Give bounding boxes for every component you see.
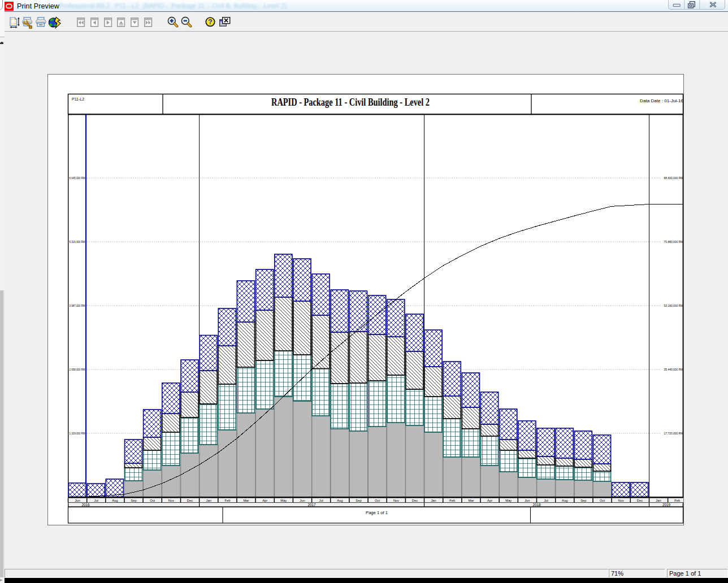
svg-text:Dec: Dec bbox=[412, 499, 418, 502]
svg-text:Jul: Jul bbox=[544, 499, 548, 502]
svg-text:Jul: Jul bbox=[319, 499, 323, 502]
svg-text:70,880,000 RM: 70,880,000 RM bbox=[664, 240, 683, 243]
svg-text:5,316,000 RM: 5,316,000 RM bbox=[70, 240, 85, 243]
svg-text:Jan: Jan bbox=[206, 499, 211, 502]
svg-text:2,658,000 RM: 2,658,000 RM bbox=[70, 368, 85, 371]
svg-text:Mar: Mar bbox=[244, 499, 249, 502]
svg-text:Aug: Aug bbox=[112, 499, 118, 502]
svg-text:Apr: Apr bbox=[487, 499, 492, 502]
svg-text:P11-L2: P11-L2 bbox=[72, 97, 84, 101]
svg-text:Aug: Aug bbox=[562, 499, 567, 502]
svg-text:Feb: Feb bbox=[224, 499, 230, 502]
svg-text:35,440,000 RM: 35,440,000 RM bbox=[664, 368, 683, 371]
svg-text:Sep: Sep bbox=[356, 499, 361, 502]
svg-text:2018: 2018 bbox=[532, 503, 541, 507]
svg-text:Data Date : 01-Jul-16: Data Date : 01-Jul-16 bbox=[640, 98, 683, 103]
svg-text:Jan: Jan bbox=[656, 499, 661, 502]
svg-text:Feb: Feb bbox=[449, 499, 455, 502]
svg-text:Mar: Mar bbox=[468, 499, 474, 502]
svg-text:Oct: Oct bbox=[375, 499, 380, 502]
svg-text:Aug: Aug bbox=[337, 499, 343, 502]
svg-text:2017: 2017 bbox=[307, 503, 316, 507]
svg-text:Jun: Jun bbox=[300, 499, 305, 502]
svg-text:Jun: Jun bbox=[525, 499, 530, 502]
svg-text:2016: 2016 bbox=[81, 503, 90, 507]
svg-text:2019: 2019 bbox=[662, 503, 671, 507]
svg-text:Dec: Dec bbox=[187, 499, 193, 502]
svg-text:May: May bbox=[280, 499, 287, 502]
svg-text:6,645,000 RM: 6,645,000 RM bbox=[70, 176, 85, 180]
svg-text:Jul: Jul bbox=[94, 499, 98, 502]
svg-text:Nov: Nov bbox=[618, 499, 624, 502]
svg-text:17,720,000 RM: 17,720,000 RM bbox=[664, 432, 683, 435]
svg-text:Page 1 of 1: Page 1 of 1 bbox=[366, 510, 388, 515]
svg-text:Nov: Nov bbox=[393, 499, 399, 502]
svg-text:Sep: Sep bbox=[131, 499, 136, 502]
svg-text:3,987,000 RM: 3,987,000 RM bbox=[70, 304, 85, 307]
svg-text:Oct: Oct bbox=[600, 499, 605, 502]
svg-text:Nov: Nov bbox=[168, 499, 174, 502]
svg-text:Sep: Sep bbox=[580, 499, 586, 502]
svg-text:Dec: Dec bbox=[637, 499, 643, 502]
svg-text:Oct: Oct bbox=[150, 499, 155, 502]
svg-text:1,329,000 RM: 1,329,000 RM bbox=[70, 432, 85, 435]
svg-text:?: ? bbox=[208, 18, 212, 26]
svg-text:May: May bbox=[505, 499, 512, 502]
svg-text:88,600,000 RM: 88,600,000 RM bbox=[664, 176, 683, 180]
svg-text:53,160,000 RM: 53,160,000 RM bbox=[664, 304, 683, 307]
svg-text:Jun: Jun bbox=[75, 499, 80, 502]
svg-text:Feb: Feb bbox=[674, 499, 680, 502]
svg-text:Jan: Jan bbox=[431, 499, 436, 502]
svg-text:Apr: Apr bbox=[262, 499, 267, 502]
svg-text:RAPID - Package 11 - Civil Bui: RAPID - Package 11 - Civil Building - Le… bbox=[271, 97, 430, 108]
